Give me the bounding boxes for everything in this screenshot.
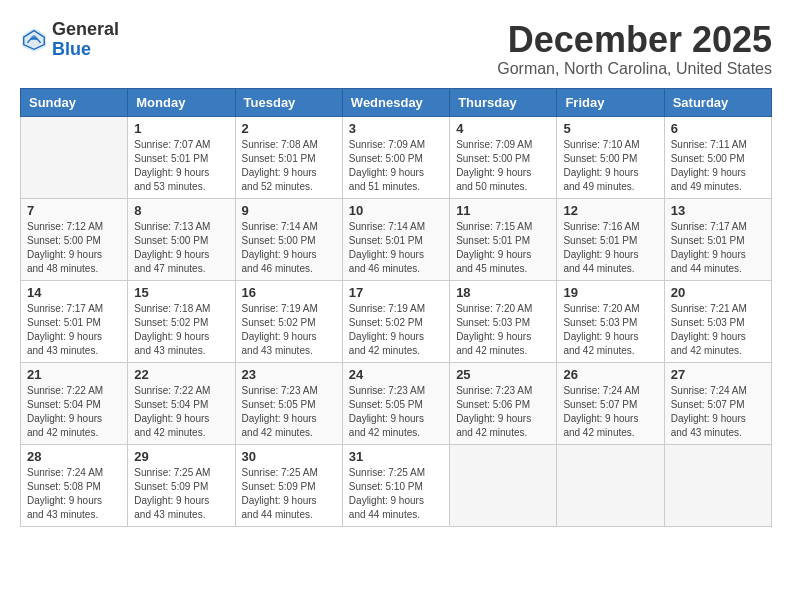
- empty-cell: [557, 444, 664, 526]
- day-number: 2: [242, 121, 336, 136]
- month-title: December 2025: [497, 20, 772, 60]
- day-info: Sunrise: 7:24 AM Sunset: 5:07 PM Dayligh…: [671, 384, 765, 440]
- day-info: Sunrise: 7:24 AM Sunset: 5:08 PM Dayligh…: [27, 466, 121, 522]
- day-info: Sunrise: 7:23 AM Sunset: 5:05 PM Dayligh…: [349, 384, 443, 440]
- weekday-header-saturday: Saturday: [664, 88, 771, 116]
- day-number: 28: [27, 449, 121, 464]
- day-info: Sunrise: 7:23 AM Sunset: 5:06 PM Dayligh…: [456, 384, 550, 440]
- week-row-2: 7Sunrise: 7:12 AM Sunset: 5:00 PM Daylig…: [21, 198, 772, 280]
- empty-cell: [450, 444, 557, 526]
- day-cell-14: 14Sunrise: 7:17 AM Sunset: 5:01 PM Dayli…: [21, 280, 128, 362]
- day-number: 1: [134, 121, 228, 136]
- day-number: 12: [563, 203, 657, 218]
- day-cell-20: 20Sunrise: 7:21 AM Sunset: 5:03 PM Dayli…: [664, 280, 771, 362]
- day-cell-21: 21Sunrise: 7:22 AM Sunset: 5:04 PM Dayli…: [21, 362, 128, 444]
- day-number: 30: [242, 449, 336, 464]
- weekday-header-thursday: Thursday: [450, 88, 557, 116]
- day-cell-27: 27Sunrise: 7:24 AM Sunset: 5:07 PM Dayli…: [664, 362, 771, 444]
- day-info: Sunrise: 7:15 AM Sunset: 5:01 PM Dayligh…: [456, 220, 550, 276]
- day-cell-30: 30Sunrise: 7:25 AM Sunset: 5:09 PM Dayli…: [235, 444, 342, 526]
- day-info: Sunrise: 7:21 AM Sunset: 5:03 PM Dayligh…: [671, 302, 765, 358]
- day-cell-7: 7Sunrise: 7:12 AM Sunset: 5:00 PM Daylig…: [21, 198, 128, 280]
- day-number: 10: [349, 203, 443, 218]
- day-number: 13: [671, 203, 765, 218]
- day-cell-18: 18Sunrise: 7:20 AM Sunset: 5:03 PM Dayli…: [450, 280, 557, 362]
- day-info: Sunrise: 7:11 AM Sunset: 5:00 PM Dayligh…: [671, 138, 765, 194]
- day-cell-10: 10Sunrise: 7:14 AM Sunset: 5:01 PM Dayli…: [342, 198, 449, 280]
- day-info: Sunrise: 7:22 AM Sunset: 5:04 PM Dayligh…: [134, 384, 228, 440]
- day-number: 6: [671, 121, 765, 136]
- day-number: 19: [563, 285, 657, 300]
- page-header: General Blue December 2025 Gorman, North…: [20, 20, 772, 78]
- day-cell-31: 31Sunrise: 7:25 AM Sunset: 5:10 PM Dayli…: [342, 444, 449, 526]
- day-number: 22: [134, 367, 228, 382]
- day-info: Sunrise: 7:25 AM Sunset: 5:09 PM Dayligh…: [242, 466, 336, 522]
- day-cell-2: 2Sunrise: 7:08 AM Sunset: 5:01 PM Daylig…: [235, 116, 342, 198]
- day-info: Sunrise: 7:12 AM Sunset: 5:00 PM Dayligh…: [27, 220, 121, 276]
- day-number: 16: [242, 285, 336, 300]
- weekday-header-friday: Friday: [557, 88, 664, 116]
- day-info: Sunrise: 7:14 AM Sunset: 5:01 PM Dayligh…: [349, 220, 443, 276]
- day-info: Sunrise: 7:13 AM Sunset: 5:00 PM Dayligh…: [134, 220, 228, 276]
- day-cell-24: 24Sunrise: 7:23 AM Sunset: 5:05 PM Dayli…: [342, 362, 449, 444]
- empty-cell: [21, 116, 128, 198]
- day-info: Sunrise: 7:19 AM Sunset: 5:02 PM Dayligh…: [349, 302, 443, 358]
- day-cell-16: 16Sunrise: 7:19 AM Sunset: 5:02 PM Dayli…: [235, 280, 342, 362]
- day-info: Sunrise: 7:18 AM Sunset: 5:02 PM Dayligh…: [134, 302, 228, 358]
- day-cell-19: 19Sunrise: 7:20 AM Sunset: 5:03 PM Dayli…: [557, 280, 664, 362]
- title-block: December 2025 Gorman, North Carolina, Un…: [497, 20, 772, 78]
- weekday-header-monday: Monday: [128, 88, 235, 116]
- day-number: 24: [349, 367, 443, 382]
- day-number: 18: [456, 285, 550, 300]
- day-info: Sunrise: 7:16 AM Sunset: 5:01 PM Dayligh…: [563, 220, 657, 276]
- calendar-table: SundayMondayTuesdayWednesdayThursdayFrid…: [20, 88, 772, 527]
- day-number: 25: [456, 367, 550, 382]
- day-number: 23: [242, 367, 336, 382]
- weekday-header-row: SundayMondayTuesdayWednesdayThursdayFrid…: [21, 88, 772, 116]
- day-number: 11: [456, 203, 550, 218]
- day-info: Sunrise: 7:25 AM Sunset: 5:10 PM Dayligh…: [349, 466, 443, 522]
- week-row-3: 14Sunrise: 7:17 AM Sunset: 5:01 PM Dayli…: [21, 280, 772, 362]
- day-info: Sunrise: 7:17 AM Sunset: 5:01 PM Dayligh…: [671, 220, 765, 276]
- day-info: Sunrise: 7:10 AM Sunset: 5:00 PM Dayligh…: [563, 138, 657, 194]
- week-row-1: 1Sunrise: 7:07 AM Sunset: 5:01 PM Daylig…: [21, 116, 772, 198]
- day-cell-6: 6Sunrise: 7:11 AM Sunset: 5:00 PM Daylig…: [664, 116, 771, 198]
- day-number: 20: [671, 285, 765, 300]
- day-number: 4: [456, 121, 550, 136]
- day-cell-26: 26Sunrise: 7:24 AM Sunset: 5:07 PM Dayli…: [557, 362, 664, 444]
- day-cell-1: 1Sunrise: 7:07 AM Sunset: 5:01 PM Daylig…: [128, 116, 235, 198]
- day-cell-28: 28Sunrise: 7:24 AM Sunset: 5:08 PM Dayli…: [21, 444, 128, 526]
- day-info: Sunrise: 7:14 AM Sunset: 5:00 PM Dayligh…: [242, 220, 336, 276]
- day-number: 5: [563, 121, 657, 136]
- day-number: 14: [27, 285, 121, 300]
- day-cell-15: 15Sunrise: 7:18 AM Sunset: 5:02 PM Dayli…: [128, 280, 235, 362]
- day-number: 27: [671, 367, 765, 382]
- day-cell-29: 29Sunrise: 7:25 AM Sunset: 5:09 PM Dayli…: [128, 444, 235, 526]
- day-info: Sunrise: 7:20 AM Sunset: 5:03 PM Dayligh…: [563, 302, 657, 358]
- day-cell-22: 22Sunrise: 7:22 AM Sunset: 5:04 PM Dayli…: [128, 362, 235, 444]
- logo-icon: [20, 26, 48, 54]
- day-number: 17: [349, 285, 443, 300]
- day-number: 8: [134, 203, 228, 218]
- day-number: 21: [27, 367, 121, 382]
- logo: General Blue: [20, 20, 119, 60]
- day-info: Sunrise: 7:23 AM Sunset: 5:05 PM Dayligh…: [242, 384, 336, 440]
- day-cell-25: 25Sunrise: 7:23 AM Sunset: 5:06 PM Dayli…: [450, 362, 557, 444]
- day-number: 3: [349, 121, 443, 136]
- day-info: Sunrise: 7:20 AM Sunset: 5:03 PM Dayligh…: [456, 302, 550, 358]
- day-number: 26: [563, 367, 657, 382]
- day-number: 7: [27, 203, 121, 218]
- day-number: 15: [134, 285, 228, 300]
- day-cell-3: 3Sunrise: 7:09 AM Sunset: 5:00 PM Daylig…: [342, 116, 449, 198]
- logo-blue: Blue: [52, 40, 119, 60]
- day-number: 29: [134, 449, 228, 464]
- location: Gorman, North Carolina, United States: [497, 60, 772, 78]
- day-cell-4: 4Sunrise: 7:09 AM Sunset: 5:00 PM Daylig…: [450, 116, 557, 198]
- logo-general: General: [52, 20, 119, 40]
- day-cell-17: 17Sunrise: 7:19 AM Sunset: 5:02 PM Dayli…: [342, 280, 449, 362]
- day-cell-9: 9Sunrise: 7:14 AM Sunset: 5:00 PM Daylig…: [235, 198, 342, 280]
- day-cell-12: 12Sunrise: 7:16 AM Sunset: 5:01 PM Dayli…: [557, 198, 664, 280]
- day-info: Sunrise: 7:19 AM Sunset: 5:02 PM Dayligh…: [242, 302, 336, 358]
- day-info: Sunrise: 7:09 AM Sunset: 5:00 PM Dayligh…: [456, 138, 550, 194]
- week-row-5: 28Sunrise: 7:24 AM Sunset: 5:08 PM Dayli…: [21, 444, 772, 526]
